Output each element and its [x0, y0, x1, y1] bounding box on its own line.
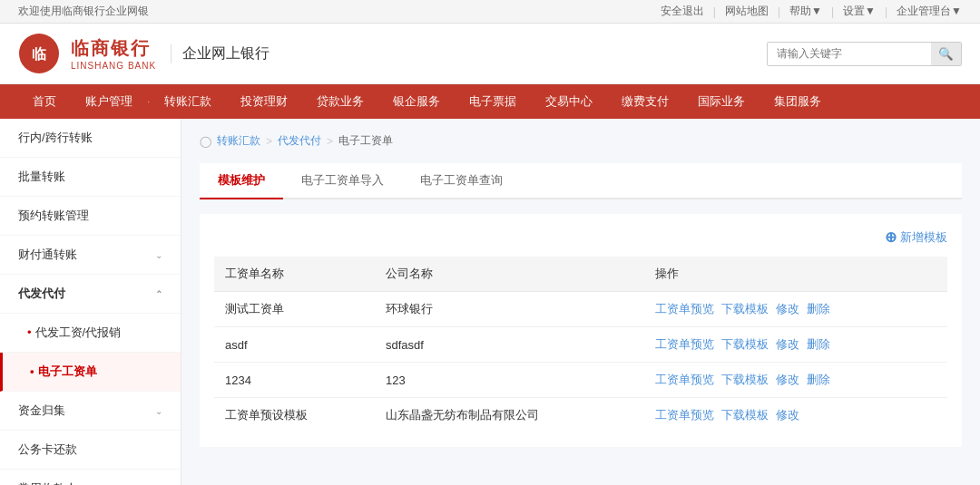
bank-type: 企业网上银行: [171, 44, 270, 63]
sidebar-item-fund-collect[interactable]: 资金归集 ⌄: [0, 392, 181, 431]
template-table: 工资单名称 公司名称 操作 测试工资单环球银行工资单预览下载模板修改删除asdf…: [214, 257, 947, 432]
chevron-down-icon: ⌄: [155, 250, 162, 260]
action-link-删除[interactable]: 删除: [807, 301, 830, 317]
sitemap-link[interactable]: 网站地图: [725, 4, 769, 19]
table-toolbar: ⊕ 新增模板: [214, 228, 947, 246]
cell-company-name: 123: [375, 363, 644, 398]
cell-actions: 工资单预览下载模板修改删除: [644, 292, 947, 327]
cell-payroll-name: asdf: [214, 327, 375, 363]
nav-item-international[interactable]: 国际业务: [683, 84, 760, 119]
nav-item-group[interactable]: 集团服务: [760, 84, 836, 119]
cell-company-name: sdfasdf: [375, 327, 644, 363]
bank-name-pinyin: LINSHANG BANK: [71, 61, 156, 71]
cell-payroll-name: 测试工资单: [214, 292, 375, 327]
action-link-工资单预览[interactable]: 工资单预览: [655, 336, 714, 353]
table-row: 工资单预设模板山东晶盏无纺布制品有限公司工资单预览下载模板修改: [214, 398, 947, 433]
sidebar-item-common-payee[interactable]: 常用收款人: [0, 470, 181, 485]
enterprise-mgmt-link[interactable]: 企业管理台▼: [897, 4, 962, 19]
action-link-删除[interactable]: 删除: [807, 372, 830, 388]
logo-area: 临 临商银行 LINSHANG BANK 企业网上银行: [18, 33, 270, 74]
location-icon: ◯: [200, 135, 211, 148]
action-link-下载模板[interactable]: 下载模板: [721, 372, 769, 388]
add-template-button[interactable]: ⊕ 新增模板: [885, 228, 947, 246]
nav-item-e-ticket[interactable]: 电子票据: [455, 84, 531, 119]
breadcrumb: ◯ 转账汇款 > 代发代付 > 电子工资单: [200, 133, 962, 149]
action-link-下载模板[interactable]: 下载模板: [721, 336, 769, 353]
action-link-下载模板[interactable]: 下载模板: [721, 301, 769, 317]
top-bar: 欢迎使用临商银行企业网银 安全退出 | 网站地图 | 帮助▼ | 设置▼ | 企…: [0, 0, 980, 24]
bank-name-cn: 临商银行: [71, 36, 151, 61]
search-icon: 🔍: [938, 47, 954, 61]
nav-item-transfer[interactable]: 转账汇款: [150, 84, 226, 119]
nav-item-home[interactable]: 首页: [18, 84, 71, 119]
action-link-修改[interactable]: 修改: [776, 336, 799, 353]
col-company: 公司名称: [375, 257, 644, 292]
safe-exit-link[interactable]: 安全退出: [661, 4, 704, 19]
cell-payroll-name: 1234: [214, 363, 375, 398]
table-row: 1234123工资单预览下载模板修改删除: [214, 363, 947, 398]
sidebar: 行内/跨行转账 批量转账 预约转账管理 财付通转账 ⌄ 代发代付 ⌃ •代发工资…: [0, 119, 181, 485]
bullet-icon: •: [27, 325, 32, 339]
content-area: ◯ 转账汇款 > 代发代付 > 电子工资单 模板维护 电子工资单导入 电子工资单…: [181, 119, 980, 485]
nav-item-payment[interactable]: 缴费支付: [607, 84, 683, 119]
nav-item-invest[interactable]: 投资理财: [226, 84, 302, 119]
action-link-工资单预览[interactable]: 工资单预览: [655, 372, 714, 388]
cell-actions: 工资单预览下载模板修改: [644, 398, 947, 433]
table-row: 测试工资单环球银行工资单预览下载模板修改删除: [214, 292, 947, 327]
plus-icon: ⊕: [885, 228, 897, 246]
col-action: 操作: [644, 257, 947, 292]
sidebar-item-caifutong[interactable]: 财付通转账 ⌄: [0, 236, 181, 275]
action-link-修改[interactable]: 修改: [776, 372, 799, 388]
cell-company-name: 山东晶盏无纺布制品有限公司: [375, 398, 644, 433]
nav-item-loan[interactable]: 贷款业务: [302, 84, 378, 119]
action-link-工资单预览[interactable]: 工资单预览: [655, 407, 714, 423]
tabs: 模板维护 电子工资单导入 电子工资单查询: [200, 163, 962, 199]
action-link-工资单预览[interactable]: 工资单预览: [655, 301, 714, 317]
breadcrumb-item-3: 电子工资单: [338, 133, 393, 149]
header: 临 临商银行 LINSHANG BANK 企业网上银行 🔍: [0, 24, 980, 84]
sidebar-item-daifahfufa[interactable]: 代发代付 ⌃: [0, 275, 181, 314]
search-input[interactable]: [768, 43, 931, 64]
search-box[interactable]: 🔍: [767, 42, 962, 66]
nav-item-bank-service[interactable]: 银企服务: [378, 84, 455, 119]
welcome-text: 欢迎使用临商银行企业网银: [18, 4, 149, 19]
breadcrumb-item-2[interactable]: 代发代付: [278, 133, 321, 149]
cell-payroll-name: 工资单预设模板: [214, 398, 375, 433]
top-bar-links: 安全退出 | 网站地图 | 帮助▼ | 设置▼ | 企业管理台▼: [661, 4, 962, 19]
action-link-修改[interactable]: 修改: [776, 407, 799, 423]
tab-query[interactable]: 电子工资单查询: [402, 163, 521, 199]
tab-import[interactable]: 电子工资单导入: [283, 163, 402, 199]
nav-item-account[interactable]: 账户管理: [71, 84, 147, 119]
main-layout: 行内/跨行转账 批量转账 预约转账管理 财付通转账 ⌄ 代发代付 ⌃ •代发工资…: [0, 119, 980, 485]
action-link-下载模板[interactable]: 下载模板: [721, 407, 769, 423]
table-area: ⊕ 新增模板 工资单名称 公司名称 操作 测试工资单环球银行工资单预览下载模板修…: [200, 214, 962, 447]
breadcrumb-item-1[interactable]: 转账汇款: [217, 133, 260, 149]
action-link-删除[interactable]: 删除: [807, 336, 830, 353]
cell-actions: 工资单预览下载模板修改删除: [644, 327, 947, 363]
help-link[interactable]: 帮助▼: [789, 4, 822, 19]
action-link-修改[interactable]: 修改: [776, 301, 799, 317]
nav-item-trade[interactable]: 交易中心: [531, 84, 607, 119]
sidebar-item-e-payslip[interactable]: •电子工资单: [0, 353, 181, 392]
sidebar-item-payroll[interactable]: •代发工资/代报销: [0, 314, 181, 353]
chevron-up-icon: ⌃: [155, 289, 162, 299]
tab-template-maintenance[interactable]: 模板维护: [200, 163, 283, 199]
sidebar-item-batch-transfer[interactable]: 批量转账: [0, 158, 181, 197]
sidebar-item-intrabank[interactable]: 行内/跨行转账: [0, 119, 181, 158]
nav-bar: 首页 账户管理 · 转账汇款 投资理财 贷款业务 银企服务 电子票据 交易中心 …: [0, 84, 980, 119]
col-name: 工资单名称: [214, 257, 375, 292]
sidebar-item-scheduled-transfer[interactable]: 预约转账管理: [0, 197, 181, 236]
bank-name-area: 临商银行 LINSHANG BANK: [71, 36, 156, 71]
table-row: asdfsdfasdf工资单预览下载模板修改删除: [214, 327, 947, 363]
svg-text:临: 临: [32, 46, 46, 62]
bullet-icon: •: [30, 364, 34, 378]
settings-link[interactable]: 设置▼: [843, 4, 876, 19]
bank-logo: 临: [18, 33, 60, 74]
chevron-down-icon: ⌄: [155, 406, 162, 416]
cell-actions: 工资单预览下载模板修改删除: [644, 363, 947, 398]
search-button[interactable]: 🔍: [931, 43, 961, 65]
sidebar-item-gov-card[interactable]: 公务卡还款: [0, 431, 181, 470]
cell-company-name: 环球银行: [375, 292, 644, 327]
